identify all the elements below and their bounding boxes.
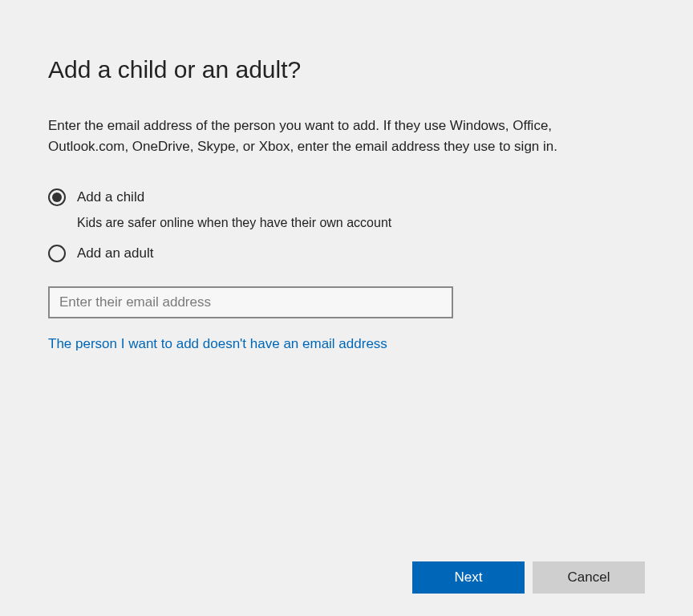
no-email-link[interactable]: The person I want to add doesn't have an… xyxy=(48,336,387,352)
page-description: Enter the email address of the person yo… xyxy=(48,116,634,156)
next-button[interactable]: Next xyxy=(412,561,525,594)
radio-child-subtext: Kids are safer online when they have the… xyxy=(77,216,645,230)
page-title: Add a child or an adult? xyxy=(48,56,645,83)
radio-icon xyxy=(48,245,66,262)
radio-label-child: Add a child xyxy=(77,188,144,206)
email-field[interactable] xyxy=(48,286,453,318)
member-type-radio-group: Add a child Kids are safer online when t… xyxy=(48,188,645,262)
radio-option-child[interactable]: Add a child xyxy=(48,188,645,206)
add-member-dialog: Add a child or an adult? Enter the email… xyxy=(0,0,693,616)
dialog-button-row: Next Cancel xyxy=(412,561,645,594)
radio-option-adult[interactable]: Add an adult xyxy=(48,245,645,262)
radio-label-adult: Add an adult xyxy=(77,245,153,262)
cancel-button[interactable]: Cancel xyxy=(533,561,645,594)
radio-icon xyxy=(48,188,66,206)
